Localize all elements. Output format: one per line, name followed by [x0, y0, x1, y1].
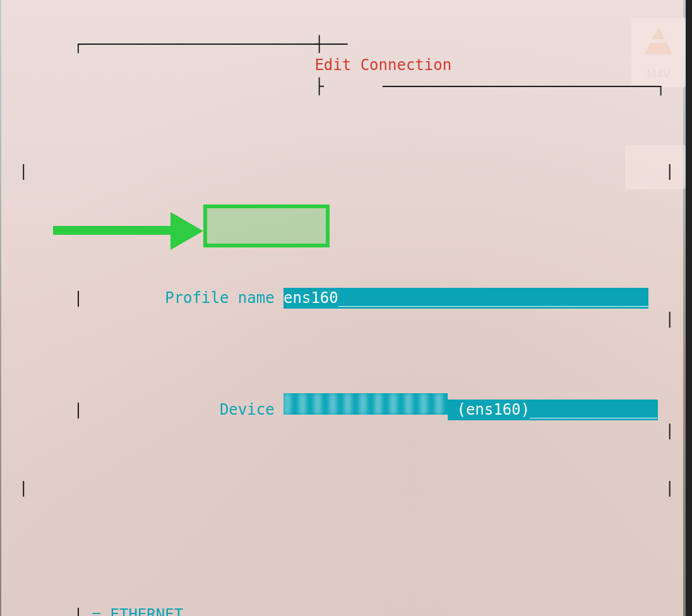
nmtui-edit-window: ┌───────────────────────────── ┤ Edit Co… [1, 0, 683, 616]
device-label: Device [220, 401, 275, 418]
profile-name-input[interactable]: ens160__________________________________ [283, 288, 648, 309]
ethernet-expander-icon: = [92, 606, 101, 616]
profile-name-label: Profile name [165, 289, 274, 307]
ethernet-header: ETHERNET [110, 606, 184, 616]
device-suffix[interactable]: (ens160)______________ [448, 400, 657, 421]
device-mac-masked[interactable] [283, 393, 448, 415]
window-shadow [686, 0, 692, 616]
window-title: Edit Connection [314, 56, 451, 74]
